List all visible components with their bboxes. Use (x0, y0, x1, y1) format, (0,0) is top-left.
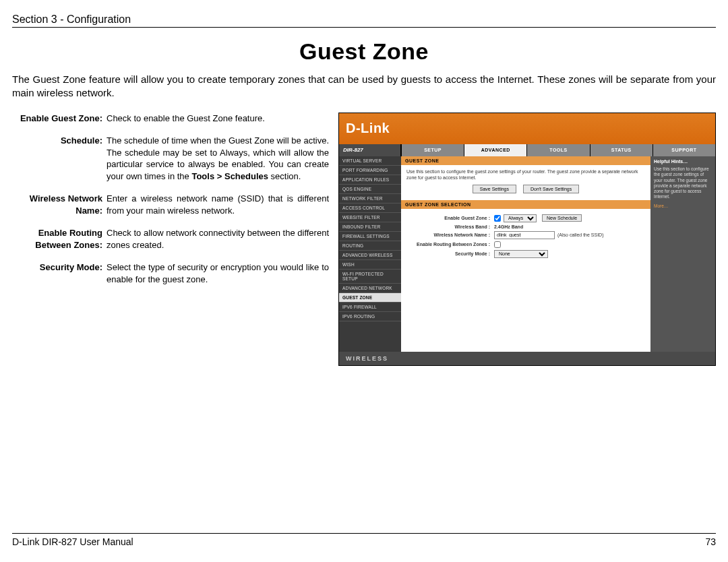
sidebar-item-firewall-settings[interactable]: FIREWALL SETTINGS (339, 232, 401, 241)
helpful-hints-body: Use this section to configure the guest … (654, 166, 712, 199)
tab-status[interactable]: STATUS (590, 144, 653, 156)
sidebar-item-routing[interactable]: ROUTING (339, 241, 401, 251)
footer-rule (12, 533, 716, 534)
sidebar-item-website-filter[interactable]: WEBSITE FILTER (339, 213, 401, 222)
router-body: VIRTUAL SERVER PORT FORWARDING APPLICATI… (339, 156, 715, 352)
sidebar-item-guest-zone[interactable]: GUEST ZONE (339, 293, 401, 303)
sidebar-item-inbound-filter[interactable]: INBOUND FILTER (339, 222, 401, 232)
def-desc: Select the type of security or encryptio… (107, 261, 329, 285)
def-routing: Enable Routing Between Zones: Check to a… (12, 227, 329, 251)
router-footer-wireless: WIRELESS (346, 355, 388, 362)
def-desc: Check to allow network connectivity betw… (107, 227, 329, 251)
def-term: Enable Guest Zone: (12, 113, 107, 125)
sidebar-item-application-rules[interactable]: APPLICATION RULES (339, 175, 401, 185)
row-enable-guest-zone: Enable Guest Zone : Always New Schedule (406, 214, 645, 222)
dont-save-settings-button[interactable]: Don't Save Settings (523, 185, 579, 193)
helpful-hints-title: Helpful Hints… (654, 159, 712, 165)
row-wireless-band: Wireless Band : 2.4GHz Band (406, 224, 645, 229)
router-main: GUEST ZONE Use this section to configure… (401, 156, 715, 352)
hint-ssid: (Also called the SSID) (557, 232, 603, 237)
router-sidebar: VIRTUAL SERVER PORT FORWARDING APPLICATI… (339, 156, 401, 352)
def-wireless-name: Wireless Network Name: Enter a wireless … (12, 193, 329, 216)
def-desc: Check to enable the Guest Zone feature. (107, 113, 329, 125)
sidebar-item-virtual-server[interactable]: VIRTUAL SERVER (339, 156, 401, 166)
new-schedule-button[interactable]: New Schedule (542, 214, 582, 222)
page-footer: D-Link DIR-827 User Manual 73 (12, 533, 716, 547)
select-schedule[interactable]: Always (504, 214, 537, 222)
panel-selection-head: GUEST ZONE SELECTION (401, 200, 650, 209)
helpful-hints-panel: Helpful Hints… Use this section to confi… (650, 156, 715, 352)
label-wireless-name: Wireless Network Name : (406, 232, 494, 237)
def-desc: The schedule of time when the Guest Zone… (107, 135, 329, 182)
footer-page-number: 73 (705, 536, 716, 547)
tab-advanced[interactable]: ADVANCED (464, 144, 526, 156)
label-routing-between-zones: Enable Routing Between Zones : (406, 242, 494, 247)
sidebar-item-network-filter[interactable]: NETWORK FILTER (339, 194, 401, 204)
def-desc: Enter a wireless network name (SSID) tha… (107, 193, 329, 216)
sidebar-item-ipv6-firewall[interactable]: IPV6 FIREWALL (339, 303, 401, 312)
checkbox-routing-between-zones[interactable] (494, 241, 501, 248)
tab-support[interactable]: SUPPORT (653, 144, 715, 156)
input-wireless-name[interactable] (494, 231, 555, 239)
router-screenshot: D-Link DIR-827 SETUP ADVANCED TOOLS STAT… (338, 113, 716, 366)
panel-guestzone-body: Use this section to configure the guest … (401, 165, 650, 200)
router-model: DIR-827 (339, 144, 401, 156)
def-term: Enable Routing Between Zones: (12, 227, 107, 251)
panel-selection-body: Enable Guest Zone : Always New Schedule … (401, 209, 650, 267)
save-settings-button[interactable]: Save Settings (473, 185, 516, 193)
def-term: Wireless Network Name: (12, 193, 107, 216)
def-desc-bold: Tools > Schedules (191, 171, 268, 181)
select-security-mode[interactable]: None (494, 250, 548, 258)
label-enable-guest-zone: Enable Guest Zone : (406, 216, 494, 220)
sidebar-item-wifi-protected-setup[interactable]: WI-FI PROTECTED SETUP (339, 270, 401, 284)
checkbox-enable-guest-zone[interactable] (494, 215, 501, 222)
sidebar-item-advanced-wireless[interactable]: ADVANCED WIRELESS (339, 251, 401, 260)
def-term: Security Mode: (12, 261, 107, 285)
def-desc-post: section. (268, 171, 301, 181)
sidebar-item-wish[interactable]: WISH (339, 260, 401, 270)
router-footer: WIRELESS (339, 352, 715, 365)
label-wireless-band: Wireless Band : (406, 224, 494, 229)
section-label: Section 3 - Configuration (12, 13, 716, 26)
label-security-mode: Security Mode : (406, 251, 494, 256)
panel-guestzone-head: GUEST ZONE (401, 156, 650, 165)
sidebar-item-advanced-network[interactable]: ADVANCED NETWORK (339, 284, 401, 293)
def-term: Schedule: (12, 135, 107, 182)
page-title: Guest Zone (12, 38, 716, 65)
header-rule (12, 27, 716, 28)
definitions-column: Enable Guest Zone: Check to enable the G… (12, 113, 329, 366)
row-routing-between-zones: Enable Routing Between Zones : (406, 241, 645, 248)
panel-buttons: Save Settings Don't Save Settings (406, 185, 645, 193)
def-enable-guest-zone: Enable Guest Zone: Check to enable the G… (12, 113, 329, 125)
row-wireless-name: Wireless Network Name : (Also called the… (406, 231, 645, 239)
intro-paragraph: The Guest Zone feature will allow you to… (12, 73, 716, 100)
value-wireless-band: 2.4GHz Band (494, 224, 523, 229)
tab-setup[interactable]: SETUP (401, 144, 464, 156)
router-brand-band: D-Link (339, 113, 715, 144)
content-row: Enable Guest Zone: Check to enable the G… (12, 113, 716, 366)
sidebar-item-port-forwarding[interactable]: PORT FORWARDING (339, 166, 401, 175)
row-security-mode: Security Mode : None (406, 250, 645, 258)
def-security: Security Mode: Select the type of securi… (12, 261, 329, 285)
router-center: GUEST ZONE Use this section to configure… (401, 156, 650, 352)
footer-manual-name: D-Link DIR-827 User Manual (12, 536, 133, 547)
sidebar-item-access-control[interactable]: ACCESS CONTROL (339, 204, 401, 213)
sidebar-item-ipv6-routing[interactable]: IPV6 ROUTING (339, 312, 401, 321)
def-schedule: Schedule: The schedule of time when the … (12, 135, 329, 182)
panel-guestzone-desc: Use this section to configure the guest … (406, 168, 645, 181)
helpful-hints-more-link[interactable]: More… (654, 204, 712, 209)
router-brand: D-Link (346, 121, 390, 136)
router-tabs: DIR-827 SETUP ADVANCED TOOLS STATUS SUPP… (339, 144, 715, 156)
sidebar-item-qos-engine[interactable]: QOS ENGINE (339, 185, 401, 194)
tab-tools[interactable]: TOOLS (526, 144, 589, 156)
